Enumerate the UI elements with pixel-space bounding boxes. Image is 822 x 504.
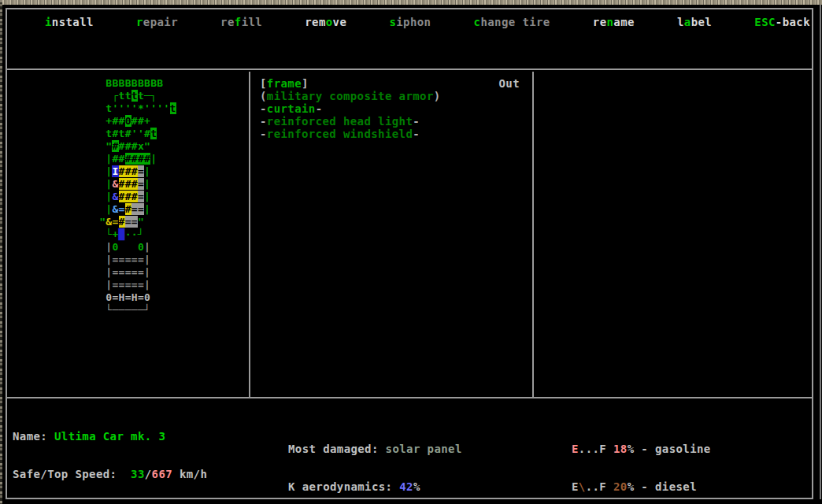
part-list-item[interactable]: -reinforced windshield-	[260, 128, 520, 140]
menu-item-change-tire[interactable]: change tire	[474, 16, 550, 28]
vehicle-art-row: └─────┘	[93, 304, 176, 317]
menu-item-repair[interactable]: repair	[136, 16, 178, 28]
vehicle-art-row: |=====|	[93, 266, 176, 279]
vehicle-art-row: |&###=|	[93, 191, 176, 203]
fuel-gauge-gasoline: E...F 18% - gasoline	[572, 443, 724, 455]
vehicle-art-row: └+█··┘	[93, 228, 176, 241]
background-window-edge	[820, 5, 821, 499]
menu-item-esc-back[interactable]: ESC-back	[754, 16, 810, 28]
k-aerodynamics-row: K aerodynamics: 42%	[288, 480, 462, 493]
vehicle-art-row: "&=#=="	[93, 216, 176, 228]
desktop-edge-texture-left	[0, 0, 2, 504]
selected-part-name[interactable]: [frame]	[260, 77, 309, 90]
selected-tile-parts-panel: [frame] Out (military composite armor) -…	[260, 77, 520, 140]
vehicle-art-row: 0=H=H=0	[93, 291, 176, 304]
fuel-gauges-column: E...F 18% - gasoline E\..F 20% - diesel …	[572, 417, 724, 504]
part-list-item[interactable]: -reinforced head light-	[260, 115, 520, 128]
menu-row: install repair refill remove siphon chan…	[7, 9, 812, 28]
menu-item-remove[interactable]: remove	[305, 16, 346, 28]
menu-item-siphon[interactable]: siphon	[389, 16, 431, 28]
vehicle-art-row: |&###=|	[93, 178, 176, 191]
menu-item-install[interactable]: install	[45, 16, 94, 28]
panel-divider-left	[249, 72, 250, 397]
vehicle-interaction-window: install repair refill remove siphon chan…	[6, 8, 813, 499]
speed-row: Safe/Top Speed: 33/667 km/h	[13, 468, 207, 480]
panel-divider-right	[532, 72, 534, 397]
part-list-item[interactable]: -curtain-	[260, 102, 520, 115]
vehicle-art-row: +##0##+	[93, 115, 176, 128]
vehicle-art-row: t''''*''''t	[93, 102, 176, 115]
fuel-gauge-diesel: E\..F 20% - diesel	[572, 480, 724, 493]
vehicle-ascii-art: BBBBBBBBB ┌tttt─┐ t''''*''''t +##0##+ t#…	[93, 77, 176, 317]
part-list-item[interactable]: (military composite armor)	[260, 90, 520, 102]
vehicle-art-row: BBBBBBBBB	[93, 77, 176, 90]
menu-item-label[interactable]: label	[677, 16, 712, 28]
menu-item-rename[interactable]: rename	[593, 16, 635, 28]
most-damaged-row: Most damaged: solar panel	[288, 443, 462, 455]
vehicle-coefficients-column: Most damaged: solar panel K aerodynamics…	[288, 417, 462, 504]
out-direction-label: Out	[499, 77, 520, 90]
vehicle-art-row: |######|	[93, 153, 176, 165]
vehicle-art-row: "####x"	[93, 140, 176, 153]
parts-panel-header: [frame] Out	[260, 77, 520, 90]
status-panel-divider	[7, 397, 812, 398]
vehicle-art-row: t#t#''#t	[93, 128, 176, 140]
vehicle-action-menubar: install repair refill remove siphon chan…	[7, 9, 812, 70]
vehicle-art-row: |I###=|	[93, 165, 176, 178]
vehicle-art-row: |&=#==|	[93, 203, 176, 216]
vehicle-name-row: Name: Ultima Car mk. 3	[13, 430, 207, 443]
vehicle-stats-column: Name: Ultima Car mk. 3 Safe/Top Speed: 3…	[13, 405, 207, 504]
vehicle-art-row: |=====|	[93, 254, 176, 266]
menu-item-refill[interactable]: refill	[220, 16, 262, 28]
vehicle-art-row: ┌tttt─┐	[93, 90, 176, 102]
vehicle-art-row: |0 0|	[93, 241, 176, 254]
desktop-edge-texture-top	[0, 0, 822, 5]
vehicle-art-row: |=====|	[93, 279, 176, 291]
